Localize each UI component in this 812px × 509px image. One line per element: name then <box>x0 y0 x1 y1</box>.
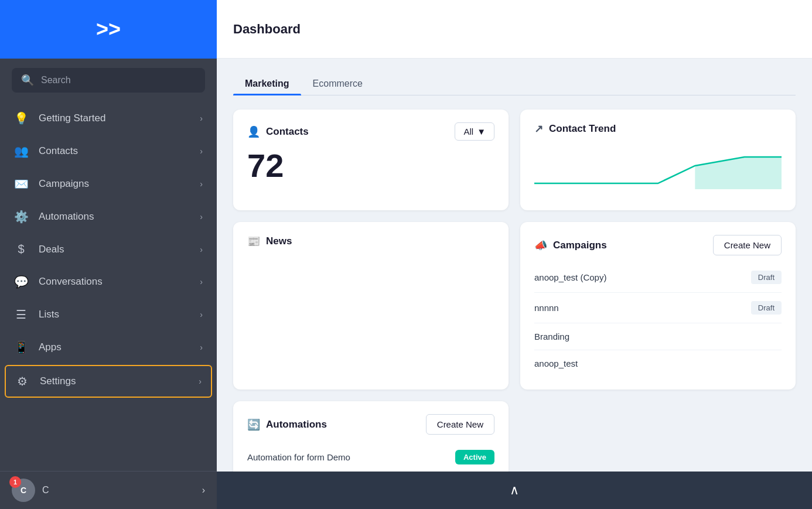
sidebar-item-getting-started[interactable]: 💡 Getting Started › <box>0 102 217 135</box>
user-menu[interactable]: 1 C C › <box>0 471 217 509</box>
automations-create-new-button[interactable]: Create New <box>426 414 494 435</box>
campaign-name: anoop_test (Copy) <box>534 272 606 282</box>
contacts-count: 72 <box>247 148 494 184</box>
sidebar-item-deals[interactable]: $ Deals › <box>0 233 217 265</box>
chevron-right-icon: › <box>200 245 203 254</box>
automations-icon: ⚙️ <box>14 210 28 224</box>
news-card-header: 📰 News <box>247 235 494 248</box>
chevron-right-icon: › <box>200 114 203 123</box>
chevron-right-icon: › <box>200 343 203 352</box>
avatar: 1 C <box>12 479 35 502</box>
tab-marketing[interactable]: Marketing <box>233 73 301 95</box>
sidebar: >> 🔍 Search 💡 Getting Started › 👥 Contac… <box>0 0 217 509</box>
campaigns-create-new-button[interactable]: Create New <box>713 235 782 255</box>
content-area: Marketing Ecommerce 👤 Contacts All ▼ 72 <box>217 59 812 509</box>
campaign-name: Branding <box>534 332 569 341</box>
notification-badge: 1 <box>9 476 21 488</box>
news-card-title: 📰 News <box>247 235 292 248</box>
deals-icon: $ <box>14 242 28 256</box>
chevron-right-icon: › <box>200 146 203 156</box>
sidebar-item-label: Automations <box>39 211 189 223</box>
tab-bar: Marketing Ecommerce <box>233 73 796 95</box>
contacts-card-header: 👤 Contacts All ▼ <box>247 122 494 141</box>
sidebar-item-contacts[interactable]: 👥 Contacts › <box>0 135 217 168</box>
news-card: 📰 News <box>233 222 509 390</box>
campaign-item: anoop_test (Copy) Draft <box>534 262 782 293</box>
campaigns-card: 📣 Campaigns Create New anoop_test (Copy)… <box>520 222 796 390</box>
settings-icon: ⚙ <box>15 374 29 388</box>
refresh-icon: 🔄 <box>247 418 260 431</box>
sidebar-item-apps[interactable]: 📱 Apps › <box>0 331 217 364</box>
automations-card-header: 🔄 Automations Create New <box>247 414 494 435</box>
search-input[interactable]: Search <box>41 75 71 86</box>
sidebar-item-label: Apps <box>39 341 189 353</box>
automation-name: Automation for form Demo <box>247 452 350 462</box>
chevron-down-icon: ▼ <box>477 127 486 136</box>
chevron-right-icon: › <box>202 485 205 496</box>
conversations-icon: 💬 <box>14 275 28 289</box>
chevron-right-icon: › <box>200 212 203 221</box>
tab-ecommerce[interactable]: Ecommerce <box>301 73 374 95</box>
contacts-filter-dropdown[interactable]: All ▼ <box>455 122 494 141</box>
sidebar-header: >> <box>0 0 217 59</box>
user-label: C <box>42 485 195 496</box>
lists-icon: ☰ <box>14 308 28 322</box>
sidebar-item-conversations[interactable]: 💬 Conversations › <box>0 265 217 298</box>
sidebar-item-label: Settings <box>40 375 188 387</box>
contact-trend-title: ↗ Contact Trend <box>534 122 616 135</box>
campaign-name: nnnnn <box>534 303 559 313</box>
sidebar-item-label: Contacts <box>39 145 189 157</box>
campaign-status-badge: Draft <box>751 301 782 315</box>
chevron-right-icon: › <box>200 277 203 286</box>
page-title: Dashboard <box>233 22 301 37</box>
dashboard-grid: 👤 Contacts All ▼ 72 ↗ Contact Trend <box>233 110 796 509</box>
sidebar-item-label: Campaigns <box>39 178 189 190</box>
contact-trend-card: ↗ Contact Trend <box>520 110 796 210</box>
sidebar-item-label: Conversations <box>39 276 189 288</box>
megaphone-icon: 📣 <box>534 239 547 252</box>
news-icon: 📰 <box>247 235 260 248</box>
person-icon: 👤 <box>247 125 260 138</box>
sidebar-item-label: Deals <box>39 244 189 255</box>
sidebar-item-lists[interactable]: ☰ Lists › <box>0 298 217 331</box>
apps-icon: 📱 <box>14 340 28 354</box>
trend-chart <box>534 148 782 195</box>
campaigns-card-header: 📣 Campaigns Create New <box>534 235 782 255</box>
chevron-right-icon: › <box>200 179 203 189</box>
trend-icon: ↗ <box>534 122 543 135</box>
campaign-item: anoop_test <box>534 350 782 377</box>
campaign-status-badge: Draft <box>751 271 782 284</box>
sidebar-item-label: Getting Started <box>39 112 189 124</box>
bottom-popup[interactable]: ∧ <box>217 472 812 509</box>
svg-marker-0 <box>695 157 782 189</box>
automation-item: Automation for form Demo Active <box>247 442 494 473</box>
search-bar[interactable]: 🔍 Search <box>12 68 205 93</box>
main-content: Dashboard Marketing Ecommerce 👤 Contacts… <box>217 0 812 509</box>
contacts-icon: 👥 <box>14 144 28 158</box>
nav-list: 💡 Getting Started › 👥 Contacts › ✉️ Camp… <box>0 102 217 471</box>
contacts-card-title: 👤 Contacts <box>247 125 309 138</box>
campaign-name: anoop_test <box>534 358 578 368</box>
automations-card-title: 🔄 Automations <box>247 418 327 431</box>
contact-trend-header: ↗ Contact Trend <box>534 122 782 135</box>
contacts-card: 👤 Contacts All ▼ 72 <box>233 110 509 210</box>
sidebar-item-label: Lists <box>39 309 189 320</box>
top-bar: Dashboard <box>217 0 812 59</box>
chevron-right-icon: › <box>200 310 203 319</box>
sidebar-item-automations[interactable]: ⚙️ Automations › <box>0 200 217 233</box>
sidebar-item-campaigns[interactable]: ✉️ Campaigns › <box>0 168 217 200</box>
campaign-item: Branding <box>534 323 782 350</box>
automation-status-badge: Active <box>455 450 494 464</box>
lightbulb-icon: 💡 <box>14 111 28 125</box>
logo-icon: >> <box>96 17 121 42</box>
campaign-item: nnnnn Draft <box>534 293 782 323</box>
campaigns-card-title: 📣 Campaigns <box>534 239 607 252</box>
chevron-up-icon: ∧ <box>510 483 519 498</box>
sidebar-item-settings[interactable]: ⚙ Settings › <box>5 365 212 398</box>
campaigns-icon: ✉️ <box>14 177 28 191</box>
search-icon: 🔍 <box>21 74 34 87</box>
chevron-right-icon: › <box>199 377 202 386</box>
campaigns-list: anoop_test (Copy) Draft nnnnn Draft Bran… <box>534 262 782 377</box>
